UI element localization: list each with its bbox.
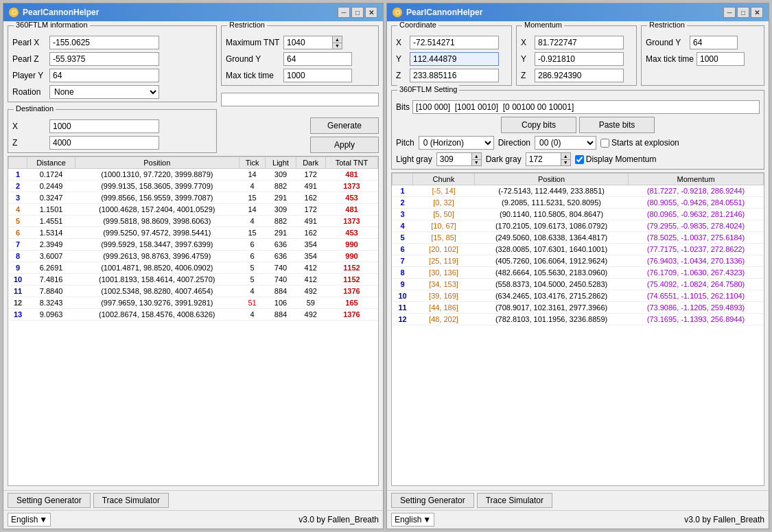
right-title-bar: ⬡ PearlCannonHelper ─ □ ✕ xyxy=(387,3,769,21)
left-trace-simulator-tab[interactable]: Trace Simulator xyxy=(93,493,169,508)
right-table-row[interactable]: 1 [-5, 14] (-72.5143, 112.4449, 233.8851… xyxy=(393,185,764,197)
left-close-button[interactable]: ✕ xyxy=(365,7,377,18)
left-table-row[interactable]: 10 7.4816 (1001.8193, 158.4614, 4007.257… xyxy=(9,274,378,286)
display-momentum-checkbox[interactable] xyxy=(575,155,584,164)
coord-z-row: Z xyxy=(396,69,507,82)
left-row-num: 4 xyxy=(9,204,27,216)
left-app-icon: ⬡ xyxy=(9,8,19,17)
starts-at-explosion-label[interactable]: Starts at explosion xyxy=(600,138,679,148)
mom-x-input[interactable] xyxy=(535,36,624,49)
left-table-row[interactable]: 5 1.4551 (999.5818, 98.8609, 3998.6063) … xyxy=(9,216,378,227)
right-table-header-row: Chunk Position Momentum xyxy=(393,174,764,185)
copy-bits-button[interactable]: Copy bits xyxy=(501,117,576,133)
pearl-x-input[interactable] xyxy=(49,36,159,49)
max-tnt-up-button[interactable]: ▲ xyxy=(332,36,342,43)
right-table-row[interactable]: 2 [0, 32] (9.2085, 111.5231, 520.8095) (… xyxy=(393,197,764,209)
direction-select[interactable]: 00 (0) 01 (90) 10 (180) 11 (270) xyxy=(535,136,596,150)
coord-x-input[interactable] xyxy=(410,36,499,49)
right-table-row[interactable]: 8 [30, 136] (482.6664, 105.5630, 2183.09… xyxy=(393,267,764,279)
dark-gray-down-button[interactable]: ▼ xyxy=(561,160,570,166)
right-row-position: (708.9017, 102.3161, 2977.3966) xyxy=(475,302,629,314)
rotation-select[interactable]: None CW90 CW180 CW270 xyxy=(49,85,159,99)
left-table-row[interactable]: 7 2.3949 (999.5929, 158.3447, 3997.6399)… xyxy=(9,239,378,251)
right-close-button[interactable]: ✕ xyxy=(751,7,763,18)
col-dark-header: Dark xyxy=(296,157,325,169)
apply-button[interactable]: Apply xyxy=(310,137,379,153)
dest-x-input[interactable] xyxy=(49,119,159,133)
right-row-chunk: [44, 186] xyxy=(413,302,475,314)
left-table-row[interactable]: 3 0.3247 (999.8566, 156.9559, 3999.7087)… xyxy=(9,192,378,204)
left-table-row[interactable]: 9 6.2691 (1001.4871, 98.8520, 4006.0902)… xyxy=(9,262,378,274)
left-row-light: 740 xyxy=(266,262,296,274)
right-language-selector[interactable]: English ▼ xyxy=(391,513,434,527)
coord-y-input[interactable] xyxy=(410,52,499,66)
left-table-row[interactable]: 1 0.1724 (1000.1310, 97.7220, 3999.8879)… xyxy=(9,169,378,181)
right-table-row[interactable]: 11 [44, 186] (708.9017, 102.3161, 2977.3… xyxy=(393,302,764,314)
left-row-position: (1002.8674, 158.4576, 4008.6326) xyxy=(75,309,239,321)
right-table-row[interactable]: 3 [5, 50] (90.1140, 110.5805, 804.8647) … xyxy=(393,209,764,220)
right-table-row[interactable]: 10 [39, 169] (634.2465, 103.4176, 2715.2… xyxy=(393,290,764,302)
col-light-header: Light xyxy=(266,157,296,169)
pearl-x-label: Pearl X xyxy=(12,38,47,47)
right-table-row[interactable]: 4 [10, 67] (170.2105, 109.6173, 1086.079… xyxy=(393,220,764,232)
mom-y-input[interactable] xyxy=(535,52,624,66)
right-max-tick-input[interactable] xyxy=(697,52,745,66)
right-row-momentum: (76.9403, -1.0434, 270.1336) xyxy=(629,255,764,267)
dark-gray-input[interactable] xyxy=(526,153,561,165)
right-row-momentum: (73.9086, -1.1205, 259.4893) xyxy=(629,302,764,314)
left-table-row[interactable]: 2 0.2449 (999.9135, 158.3605, 3999.7709)… xyxy=(9,181,378,192)
max-tick-input[interactable] xyxy=(283,69,352,82)
pearl-z-input[interactable] xyxy=(49,52,159,66)
right-table-row[interactable]: 7 [25, 119] (405.7260, 106.6064, 1912.96… xyxy=(393,255,764,267)
max-tnt-down-button[interactable]: ▼ xyxy=(332,43,342,49)
dest-z-input[interactable] xyxy=(49,136,159,150)
right-window-title: PearlCannonHelper xyxy=(406,8,482,17)
left-maximize-button[interactable]: □ xyxy=(351,7,364,18)
right-table-row[interactable]: 6 [20, 102] (328.0085, 107.6301, 1640.10… xyxy=(393,244,764,255)
left-row-tick: 5 xyxy=(239,262,266,274)
dark-gray-up-button[interactable]: ▲ xyxy=(561,153,570,160)
left-row-num: 10 xyxy=(9,274,27,286)
right-table-row[interactable]: 12 [48, 202] (782.8103, 101.1956, 3236.8… xyxy=(393,314,764,325)
left-row-dark: 412 xyxy=(296,274,325,286)
left-setting-generator-tab[interactable]: Setting Generator xyxy=(8,493,91,508)
pitch-select[interactable]: 0 (Horizon) 1 2 xyxy=(419,136,494,150)
bits-input[interactable] xyxy=(412,100,760,114)
left-bottom-bar: Setting Generator Trace Simulator xyxy=(3,490,383,510)
right-ground-y-input[interactable] xyxy=(690,36,738,49)
right-trace-simulator-tab[interactable]: Trace Simulator xyxy=(477,493,552,508)
left-language-selector[interactable]: English ▼ xyxy=(8,513,51,527)
left-minimize-button[interactable]: ─ xyxy=(338,7,350,18)
light-gray-down-button[interactable]: ▼ xyxy=(471,160,481,166)
ground-y-input[interactable] xyxy=(283,52,352,66)
mom-z-input[interactable] xyxy=(535,69,624,82)
ground-y-label: Ground Y xyxy=(226,54,281,64)
right-maximize-button[interactable]: □ xyxy=(737,7,749,18)
left-row-distance: 2.3949 xyxy=(27,239,75,251)
right-minimize-button[interactable]: ─ xyxy=(723,7,736,18)
paste-bits-button[interactable]: Paste bits xyxy=(579,117,655,133)
generate-button[interactable]: Generate xyxy=(310,117,379,134)
right-table-container[interactable]: Chunk Position Momentum 1 [-5, 14] (-72.… xyxy=(391,172,764,486)
left-table-row[interactable]: 12 8.3243 (997.9659, 130.9276, 3991.9281… xyxy=(9,297,378,309)
left-row-num: 7 xyxy=(9,239,27,251)
right-table-row[interactable]: 5 [15, 85] (249.5060, 108.6338, 1364.481… xyxy=(393,232,764,244)
starts-at-explosion-checkbox[interactable] xyxy=(600,139,609,148)
light-gray-up-button[interactable]: ▲ xyxy=(471,153,481,160)
coord-z-input[interactable] xyxy=(410,69,499,82)
left-table-row[interactable]: 8 3.6007 (999.2613, 98.8763, 3996.4759) … xyxy=(9,251,378,262)
right-row-num: 7 xyxy=(393,255,413,267)
left-table-container[interactable]: Distance Position Tick Light Dark Total … xyxy=(8,156,379,486)
right-setting-generator-tab[interactable]: Setting Generator xyxy=(391,493,474,508)
display-momentum-label[interactable]: Display Momentum xyxy=(575,154,657,164)
right-status-bar: English ▼ v3.0 by Fallen_Breath xyxy=(387,510,769,529)
right-row-chunk: [30, 136] xyxy=(413,267,475,279)
left-table-row[interactable]: 13 9.0963 (1002.8674, 158.4576, 4008.632… xyxy=(9,309,378,321)
max-tnt-input[interactable] xyxy=(284,36,332,49)
left-table-row[interactable]: 6 1.5314 (999.5250, 97.4572, 3998.5441) … xyxy=(9,227,378,239)
right-table-row[interactable]: 9 [34, 153] (558.8373, 104.5000, 2450.52… xyxy=(393,279,764,290)
light-gray-input[interactable] xyxy=(437,153,471,165)
player-y-input[interactable] xyxy=(49,69,159,82)
left-table-row[interactable]: 11 7.8840 (1002.5348, 98.8280, 4007.4654… xyxy=(9,286,378,297)
left-table-row[interactable]: 4 1.1501 (1000.4628, 157.2404, 4001.0529… xyxy=(9,204,378,216)
